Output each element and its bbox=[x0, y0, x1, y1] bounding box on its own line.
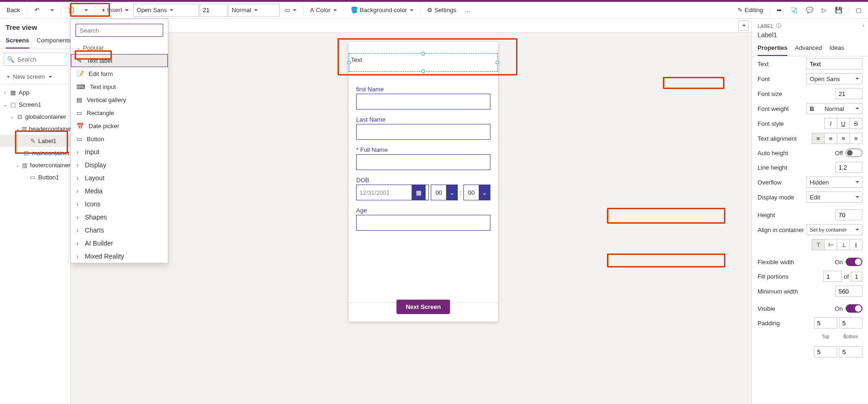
prop-fontweight-select[interactable]: B Normal bbox=[806, 103, 862, 114]
valign-mid-button[interactable]: ⊢ bbox=[824, 239, 837, 250]
cat-input[interactable]: Input bbox=[71, 145, 168, 158]
align-center-button[interactable]: ≡ bbox=[824, 133, 837, 144]
cat-mixed-reality[interactable]: Mixed Reality bbox=[71, 250, 168, 263]
save-button[interactable]: 💾 bbox=[831, 4, 846, 17]
prop-font-select[interactable]: Open Sans bbox=[806, 73, 862, 84]
expand-icon[interactable]: › bbox=[862, 22, 864, 28]
formula-expand-button[interactable] bbox=[738, 21, 749, 31]
tree-item-label1[interactable]: ✎Label1 bbox=[0, 135, 70, 147]
align-left-button[interactable]: ≡ bbox=[812, 133, 825, 144]
back-button[interactable]: Back bbox=[3, 4, 24, 17]
share-button[interactable]: ➦ bbox=[773, 4, 785, 17]
cat-media[interactable]: Media bbox=[71, 185, 168, 198]
cat-icons[interactable]: Icons bbox=[71, 198, 168, 211]
autoheight-toggle[interactable] bbox=[846, 149, 862, 157]
prop-overflow-select[interactable]: Hidden bbox=[806, 177, 862, 188]
undo-button[interactable]: ↶ bbox=[30, 4, 45, 17]
font-family-select[interactable]: Open Sans bbox=[133, 4, 199, 17]
insert-vertical-gallery[interactable]: ▤Vertical gallery bbox=[71, 93, 168, 106]
cat-shapes[interactable]: Shapes bbox=[71, 211, 168, 224]
tree-item-headercontainer[interactable]: ⌄▥headercontaine bbox=[0, 123, 70, 135]
tree-item-globalcontainer[interactable]: ⌄⊟globalcontainer bbox=[0, 110, 70, 123]
insert-text-input[interactable]: ⌨Text input bbox=[71, 80, 168, 93]
bgcolor-button[interactable]: 🪣Background color bbox=[347, 4, 417, 17]
insert-button[interactable]: ▭Button bbox=[71, 132, 168, 145]
cat-ai-builder[interactable]: AI Builder bbox=[71, 237, 168, 250]
prop-height-input[interactable] bbox=[835, 209, 862, 220]
insert-edit-form[interactable]: 📝Edit form bbox=[71, 67, 168, 80]
calendar-icon[interactable]: ▦ bbox=[412, 185, 426, 200]
next-screen-button[interactable]: Next Screen bbox=[396, 300, 450, 314]
insert-search[interactable] bbox=[76, 24, 163, 37]
info-icon[interactable]: ⓘ bbox=[776, 22, 781, 29]
paste-button[interactable]: 📋 bbox=[64, 4, 79, 17]
strike-button[interactable]: S bbox=[849, 118, 862, 129]
prop-text-input[interactable] bbox=[806, 58, 862, 69]
insert-search-input[interactable] bbox=[80, 27, 159, 34]
insert-date-picker[interactable]: 📅Date picker bbox=[71, 119, 168, 132]
dob-hour-select[interactable]: 00⌄ bbox=[431, 185, 458, 200]
insert-rectangle[interactable]: ▭Rectangle bbox=[71, 106, 168, 119]
pad-bottom-input[interactable] bbox=[839, 317, 862, 329]
insert-text-label[interactable]: ✎Text label bbox=[71, 54, 168, 67]
full-name-input[interactable] bbox=[356, 154, 490, 170]
dob-minute-select[interactable]: 00⌄ bbox=[463, 185, 490, 200]
tree-search[interactable]: 🔍 bbox=[4, 53, 67, 66]
editing-button[interactable]: ✎Editing bbox=[734, 4, 767, 17]
comments-button[interactable]: 💬 bbox=[802, 4, 817, 17]
tree-item-footercontainer[interactable]: ⌄▥footercontainer bbox=[0, 159, 70, 171]
pad-right-input[interactable] bbox=[839, 346, 862, 357]
prop-displaymode-select[interactable]: Edit bbox=[806, 192, 862, 203]
dob-date-input[interactable]: 12/31/2001 ▦ bbox=[356, 185, 429, 200]
preview-button[interactable]: ▷ bbox=[818, 4, 830, 17]
prop-fillportions-input[interactable] bbox=[823, 271, 842, 282]
canvas-area[interactable]: Text first Name Last Name * Full Name DO… bbox=[71, 33, 751, 404]
cat-display[interactable]: Display bbox=[71, 158, 168, 171]
selected-label[interactable]: Text bbox=[349, 53, 498, 72]
font-size-input[interactable] bbox=[200, 4, 227, 17]
paste-more[interactable] bbox=[80, 4, 92, 17]
tab-properties[interactable]: Properties bbox=[758, 41, 787, 56]
new-screen-button[interactable]: + New screen bbox=[4, 71, 67, 82]
tree-item-button1[interactable]: ▭Button1 bbox=[0, 171, 70, 183]
valign-stretch-button[interactable]: ⫿ bbox=[849, 239, 862, 250]
publish-button[interactable]: ▢ bbox=[852, 4, 865, 17]
checker-button[interactable]: 🩺 bbox=[786, 4, 801, 17]
cat-layout[interactable]: Layout bbox=[71, 171, 168, 185]
tree-item-screen1[interactable]: ⌄▢Screen1 bbox=[0, 98, 70, 110]
first-name-input[interactable] bbox=[356, 94, 490, 110]
color-button[interactable]: AColor bbox=[306, 4, 341, 17]
tab-ideas[interactable]: Ideas bbox=[829, 41, 844, 56]
pad-left-input[interactable] bbox=[814, 346, 837, 357]
insert-button[interactable]: + Insert bbox=[98, 4, 132, 17]
underline-button[interactable]: U bbox=[837, 118, 850, 129]
tab-advanced[interactable]: Advanced bbox=[795, 41, 822, 56]
border-button[interactable]: ▭ bbox=[281, 4, 300, 17]
undo-more[interactable] bbox=[46, 4, 58, 17]
prop-lineheight-input[interactable] bbox=[835, 162, 862, 173]
align-right-button[interactable]: ≡ bbox=[837, 133, 850, 144]
more-button[interactable]: … bbox=[461, 4, 475, 17]
settings-button[interactable]: ⚙Settings bbox=[423, 4, 460, 17]
button-icon: ▭ bbox=[76, 136, 82, 143]
pad-top-input[interactable] bbox=[814, 317, 837, 329]
align-justify-button[interactable]: ≡ bbox=[849, 133, 862, 144]
prop-align-select[interactable]: Set by container bbox=[806, 224, 862, 235]
valign-top-button[interactable]: ⊤ bbox=[812, 239, 825, 250]
visible-toggle[interactable] bbox=[846, 304, 862, 313]
tree-item-maincontainer[interactable]: ›⊟maincontainer bbox=[0, 147, 70, 159]
prop-fontsize-input[interactable] bbox=[835, 88, 862, 99]
popular-group[interactable]: ⌄Popular bbox=[71, 41, 168, 54]
formula-bar[interactable]: xt" bbox=[71, 19, 751, 33]
flexwidth-toggle[interactable] bbox=[846, 258, 862, 266]
tree-item-app[interactable]: ›▦App bbox=[0, 86, 70, 98]
valign-bot-button[interactable]: ⊥ bbox=[837, 239, 850, 250]
tab-components[interactable]: Components bbox=[37, 34, 71, 48]
last-name-input[interactable] bbox=[356, 124, 490, 140]
age-input[interactable] bbox=[356, 215, 490, 231]
tab-screens[interactable]: Screens bbox=[6, 34, 29, 48]
prop-minwidth-input[interactable] bbox=[835, 286, 862, 297]
italic-button[interactable]: I bbox=[824, 118, 837, 129]
font-weight-select[interactable]: Normal bbox=[228, 4, 280, 17]
cat-charts[interactable]: Charts bbox=[71, 224, 168, 237]
